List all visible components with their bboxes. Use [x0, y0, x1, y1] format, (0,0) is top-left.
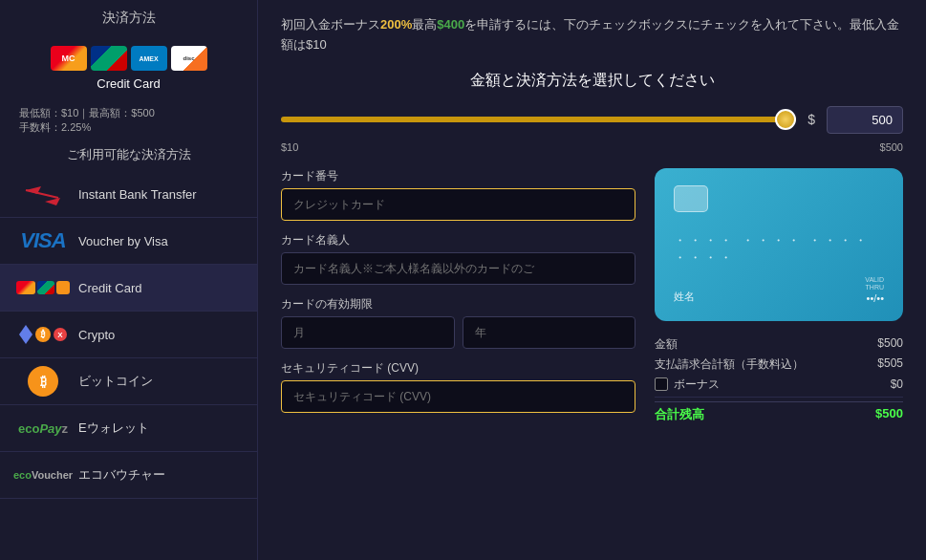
summary-billing-value: $505 [877, 356, 903, 373]
slider-container: $ [281, 106, 903, 134]
expiry-month-input[interactable] [281, 316, 455, 349]
card-visual: ・・・・ ・・・・ ・・・・ ・・・・ 姓名 VALIDTHRU ••/•• 金… [655, 168, 903, 427]
bonus-amount: $400 [437, 17, 464, 32]
card-number-label: カード番号 [281, 168, 635, 184]
form-left: カード番号 カード名義人 カードの有効期限 セキュリティコード (CVV) [281, 168, 635, 427]
amex-logo: AMEX [131, 46, 167, 71]
card-number-dots: ・・・・ ・・・・ ・・・・ ・・・・ [674, 232, 884, 267]
payment-method-list: Instant Bank Transfer VISA Voucher by Vi… [0, 171, 257, 499]
ibt-label: Instant Bank Transfer [78, 187, 197, 202]
bonus-text-1: 初回入金ボーナス [281, 17, 380, 32]
crypto-label: Crypto [78, 328, 115, 342]
slider-max-label: $500 [880, 141, 903, 153]
card-valid: VALIDTHRU ••/•• [865, 276, 884, 304]
bonus-text-2: 最高 [412, 17, 437, 32]
amount-section-title: 金額と決済方法を選択してください [281, 71, 903, 91]
card-valid-date: ••/•• [865, 292, 884, 304]
btc-icon: ₿ [19, 366, 67, 397]
bonus-row-value: $0 [891, 377, 903, 391]
bonus-checkbox-row: ボーナス $0 [655, 377, 903, 393]
sidebar-item-visa[interactable]: VISA Voucher by Visa [0, 218, 257, 265]
sidebar-item-cc[interactable]: Credit Card [0, 265, 257, 312]
jcb-logo [91, 46, 127, 71]
summary-section: 金額 $500 支払請求合計額（手数料込） $505 ボーナス $0 合計残高 … [655, 336, 903, 423]
sidebar-item-ibt[interactable]: Instant Bank Transfer [0, 171, 257, 218]
ecovoucher-label: エコバウチャー [78, 466, 165, 484]
bonus-row-label: ボーナス [674, 377, 720, 393]
slider-dollar: $ [808, 112, 815, 127]
amount-slider[interactable] [281, 117, 796, 122]
ecovoucher-icon: ecoVoucher [19, 460, 67, 490]
expiry-year-input[interactable] [463, 316, 636, 349]
visa-label: Voucher by Visa [78, 234, 168, 248]
selected-method: MC AMEX disc Credit Card [0, 36, 257, 106]
summary-total-row: 合計残高 $500 [655, 401, 903, 423]
summary-divider [655, 397, 903, 398]
sidebar-item-ecovoucher[interactable]: ecoVoucher エコバウチャー [0, 452, 257, 499]
card-chip [674, 185, 708, 212]
bonus-percent: 200% [380, 17, 412, 32]
summary-billing-row: 支払請求合計額（手数料込） $505 [655, 356, 903, 373]
available-title: ご利用可能な決済方法 [0, 146, 257, 163]
cvv-label: セキュリティコード (CVV) [281, 360, 635, 377]
summary-amount-row: 金額 $500 [655, 336, 903, 353]
credit-card-display: ・・・・ ・・・・ ・・・・ ・・・・ 姓名 VALIDTHRU ••/•• [655, 168, 903, 321]
card-valid-label: VALIDTHRU [865, 276, 884, 292]
card-number-group: カード番号 [281, 168, 635, 221]
card-logos: MC AMEX disc [19, 46, 238, 71]
card-bottom: 姓名 VALIDTHRU ••/•• [674, 276, 884, 304]
sidebar-item-ecopayz[interactable]: ecoPayz Eウォレット [0, 405, 257, 452]
card-holder-name: 姓名 [674, 290, 695, 304]
ecopayz-label: Eウォレット [78, 420, 149, 437]
slider-track-wrapper [281, 110, 796, 129]
discover-logo: disc [171, 46, 207, 71]
expiry-row [281, 316, 635, 349]
card-number-input[interactable] [281, 188, 635, 221]
card-name-label: カード名義人 [281, 232, 635, 248]
cc-label: Credit Card [78, 281, 141, 295]
sidebar: 決済方法 MC AMEX disc Credit Card 最低額：$10｜最高… [0, 0, 258, 560]
ecopayz-icon: ecoPayz [19, 413, 67, 443]
slider-labels: $10 $500 [281, 141, 903, 153]
summary-total-value: $500 [875, 406, 903, 423]
amount-input[interactable] [827, 106, 903, 134]
bonus-banner: 初回入金ボーナス200%最高$400を申請するには、下のチェックボックスにチェッ… [281, 15, 903, 55]
visa-icon: VISA [19, 226, 67, 256]
selected-method-name: Credit Card [19, 76, 238, 91]
bonus-checkbox[interactable] [655, 377, 668, 391]
btc-label: ビットコイン [78, 373, 153, 390]
sidebar-item-btc[interactable]: ₿ ビットコイン [0, 358, 257, 405]
cvv-group: セキュリティコード (CVV) [281, 360, 635, 413]
mastercard-logo: MC [51, 46, 87, 71]
sidebar-item-crypto[interactable]: ₿ X Crypto [0, 312, 257, 358]
sidebar-title: 決済方法 [0, 10, 257, 27]
slider-min-label: $10 [281, 141, 298, 153]
form-section: カード番号 カード名義人 カードの有効期限 セキュリティコード (CVV) [281, 168, 903, 427]
crypto-icon: ₿ X [19, 319, 67, 350]
summary-total-label: 合計残高 [655, 406, 704, 423]
summary-amount-label: 金額 [655, 336, 678, 353]
expiry-group: カードの有効期限 [281, 296, 635, 349]
card-name-input[interactable] [281, 252, 635, 285]
summary-amount-value: $500 [877, 336, 903, 353]
svg-line-0 [26, 190, 58, 198]
ibt-icon [19, 179, 67, 209]
method-info-fee: 手数料：2.25% [0, 120, 257, 135]
summary-billing-label: 支払請求合計額（手数料込） [655, 356, 804, 373]
card-name-group: カード名義人 [281, 232, 635, 285]
method-info-min: 最低額：$10｜最高額：$500 [0, 106, 257, 120]
cc-icon [19, 272, 67, 303]
main-content: 初回入金ボーナス200%最高$400を申請するには、下のチェックボックスにチェッ… [258, 0, 926, 560]
cvv-input[interactable] [281, 380, 635, 413]
expiry-label: カードの有効期限 [281, 296, 635, 312]
